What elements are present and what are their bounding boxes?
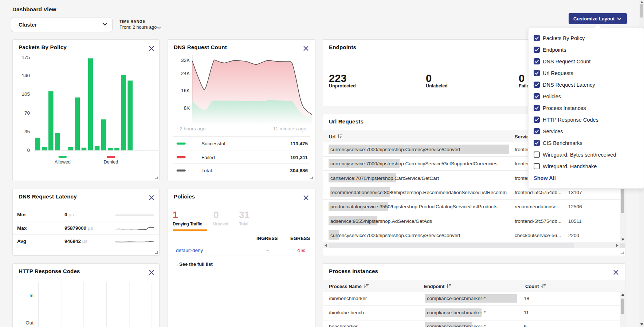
svg-text:140: 140 bbox=[21, 73, 30, 78]
svg-text:35: 35 bbox=[24, 129, 30, 134]
svg-text:In: In bbox=[30, 293, 34, 298]
svg-text:8K: 8K bbox=[184, 105, 190, 111]
svg-text:113,475: 113,475 bbox=[290, 141, 308, 146]
svg-text:175: 175 bbox=[21, 55, 30, 60]
svg-text:16K: 16K bbox=[181, 88, 190, 93]
svg-text:304,686: 304,686 bbox=[290, 168, 308, 173]
svg-text:32K: 32K bbox=[181, 58, 190, 63]
svg-text:191,211: 191,211 bbox=[290, 155, 308, 160]
svg-text:70: 70 bbox=[24, 110, 30, 116]
svg-text:2 hours ago: 2 hours ago bbox=[180, 126, 205, 131]
svg-text:Out: Out bbox=[25, 320, 34, 326]
svg-text:Denied: Denied bbox=[103, 159, 118, 165]
svg-text:24K: 24K bbox=[181, 71, 190, 76]
svg-text:Total: Total bbox=[201, 168, 212, 173]
svg-text:Failed: Failed bbox=[201, 155, 215, 160]
svg-text:105: 105 bbox=[21, 91, 30, 97]
svg-text:0: 0 bbox=[27, 147, 30, 153]
svg-text:11 minutes ago: 11 minutes ago bbox=[273, 126, 306, 131]
svg-text:Allowed: Allowed bbox=[55, 159, 71, 165]
svg-text:Successful: Successful bbox=[201, 141, 225, 146]
